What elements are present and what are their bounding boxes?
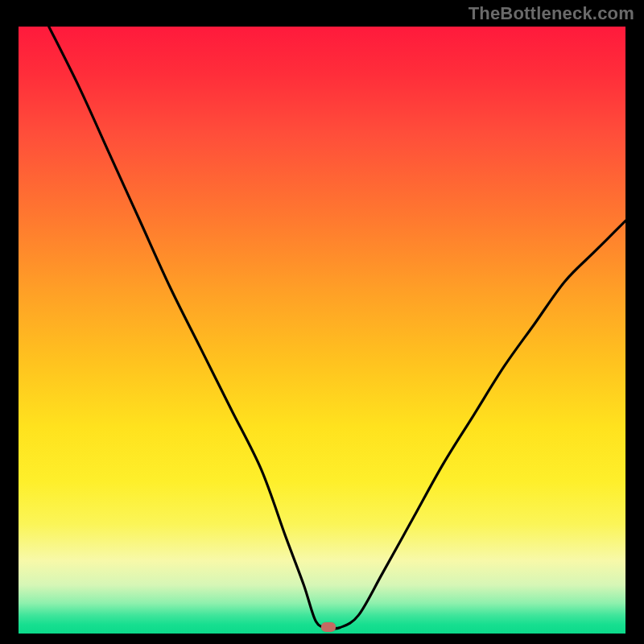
optimal-marker [321, 622, 336, 632]
chart-frame: TheBottleneck.com [0, 0, 644, 644]
bottleneck-curve [19, 27, 625, 634]
watermark: TheBottleneck.com [469, 3, 634, 24]
curve-path [49, 27, 625, 629]
plot-area [16, 24, 628, 636]
